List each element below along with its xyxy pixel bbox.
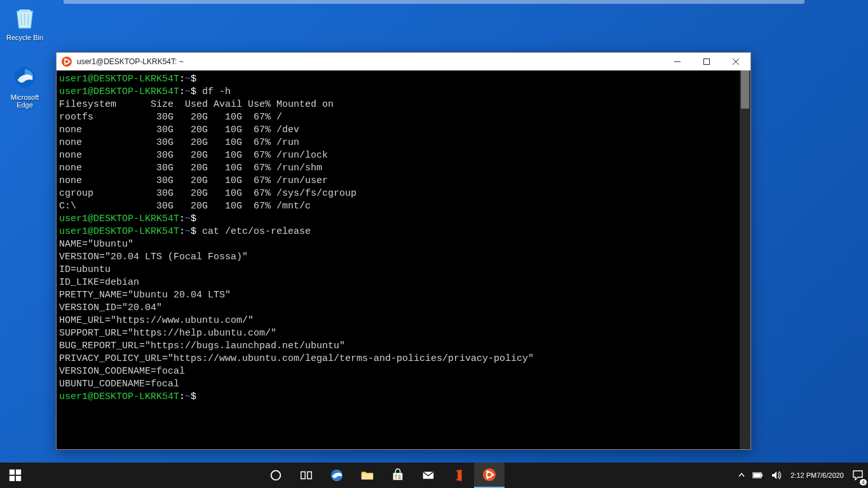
scrollbar[interactable] bbox=[740, 71, 750, 449]
tray-clock[interactable]: 2:12 PM 7/6/2020 bbox=[785, 463, 849, 488]
ubuntu-icon bbox=[60, 55, 73, 68]
clock-time: 2:12 PM bbox=[790, 471, 817, 480]
svg-point-3 bbox=[69, 60, 71, 62]
svg-point-4 bbox=[64, 58, 66, 60]
svg-rect-10 bbox=[10, 470, 15, 475]
desktop-icon-edge[interactable]: Microsoft Edge bbox=[3, 64, 47, 109]
svg-rect-12 bbox=[10, 476, 15, 481]
svg-point-5 bbox=[64, 63, 66, 65]
tray-battery-icon[interactable] bbox=[749, 463, 768, 488]
taskbar-edge-button[interactable] bbox=[322, 463, 352, 488]
recycle-bin-icon bbox=[11, 4, 39, 32]
svg-point-27 bbox=[492, 473, 494, 476]
desktop-icon-recycle-bin[interactable]: Recycle Bin bbox=[3, 4, 47, 41]
tray-volume-icon[interactable] bbox=[768, 463, 785, 488]
terminal-output[interactable]: user1@DESKTOP-LKRK54T:~$ user1@DESKTOP-L… bbox=[57, 71, 740, 449]
svg-rect-31 bbox=[761, 474, 763, 477]
taskbar-office-button[interactable] bbox=[444, 463, 474, 488]
svg-rect-15 bbox=[301, 472, 305, 479]
edge-icon bbox=[11, 64, 39, 92]
svg-point-29 bbox=[486, 477, 489, 479]
scrollbar-thumb[interactable] bbox=[741, 71, 749, 109]
tray-notifications-button[interactable]: 4 bbox=[849, 463, 868, 488]
svg-rect-22 bbox=[395, 477, 398, 479]
svg-rect-16 bbox=[308, 472, 311, 479]
top-edge-highlight bbox=[64, 0, 804, 4]
svg-rect-13 bbox=[16, 476, 21, 481]
window-title: user1@DESKTOP-LKRK54T: ~ bbox=[77, 57, 663, 66]
notification-badge: 4 bbox=[860, 479, 867, 485]
svg-rect-23 bbox=[398, 477, 401, 479]
svg-rect-7 bbox=[704, 58, 710, 64]
svg-rect-11 bbox=[16, 470, 21, 475]
taskbar-ubuntu-button[interactable] bbox=[474, 463, 505, 488]
svg-rect-19 bbox=[393, 473, 403, 480]
titlebar[interactable]: user1@DESKTOP-LKRK54T: ~ bbox=[57, 53, 750, 71]
desktop-icon-label: Microsoft Edge bbox=[3, 93, 47, 109]
clock-date: 7/6/2020 bbox=[817, 471, 844, 480]
task-view-button[interactable] bbox=[291, 463, 322, 488]
taskbar: 2:12 PM 7/6/2020 4 bbox=[0, 463, 868, 488]
taskbar-store-button[interactable] bbox=[383, 463, 413, 488]
svg-rect-18 bbox=[362, 473, 373, 479]
svg-point-28 bbox=[486, 470, 489, 473]
terminal-body[interactable]: user1@DESKTOP-LKRK54T:~$ user1@DESKTOP-L… bbox=[57, 71, 750, 449]
cortana-button[interactable] bbox=[261, 463, 291, 488]
start-button[interactable] bbox=[0, 463, 31, 488]
taskbar-file-explorer-button[interactable] bbox=[352, 463, 383, 488]
close-button[interactable] bbox=[721, 53, 750, 71]
svg-rect-32 bbox=[754, 473, 761, 477]
terminal-window[interactable]: user1@DESKTOP-LKRK54T: ~ user1@DESKTOP-L… bbox=[56, 52, 751, 450]
minimize-button[interactable] bbox=[663, 53, 692, 71]
tray-chevron-up[interactable] bbox=[735, 463, 749, 488]
svg-point-14 bbox=[271, 471, 281, 480]
svg-rect-21 bbox=[398, 475, 401, 477]
desktop-icon-label: Recycle Bin bbox=[3, 34, 47, 41]
taskbar-mail-button[interactable] bbox=[413, 463, 444, 488]
svg-rect-20 bbox=[395, 475, 398, 477]
maximize-button[interactable] bbox=[692, 53, 721, 71]
